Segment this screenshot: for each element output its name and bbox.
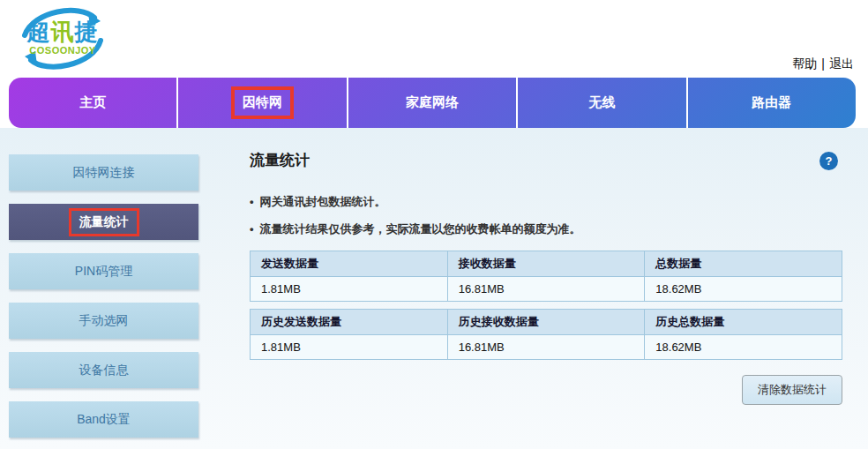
column-header: 历史接收数据量: [447, 310, 645, 335]
sidebar-item-label: 因特网连接: [73, 165, 135, 181]
router-admin-page: 超讯捷 COSOONJOY 帮助|退出 主页 因特网 家庭网络 无线 路由器 因…: [0, 0, 868, 449]
nav-tab-router[interactable]: 路由器: [688, 78, 856, 128]
link-separator: |: [821, 56, 825, 71]
nav-tab-label: 主页: [79, 94, 106, 111]
note-item: 流量统计结果仅供参考，实际流量以您的收费帐单的额度为准。: [250, 221, 842, 237]
button-row: 清除数据统计: [250, 375, 842, 405]
column-header: 历史总数据量: [645, 310, 842, 335]
sidebar-item-traffic-statistics[interactable]: 流量统计: [9, 204, 198, 240]
table-row: 1.81MB 16.81MB 18.62MB: [251, 277, 842, 302]
logo-title: 超讯捷: [22, 19, 103, 44]
table-header-row: 历史发送数据量 历史接收数据量 历史总数据量: [251, 310, 842, 335]
table-cell: 1.81MB: [251, 335, 448, 360]
nav-tab-home-network[interactable]: 家庭网络: [348, 78, 518, 128]
sidebar-item-pin-management[interactable]: PIN码管理: [9, 253, 198, 289]
column-header: 发送数据量: [251, 251, 448, 277]
content-header: 流量统计 ?: [250, 150, 842, 170]
nav-tab-label: 路由器: [752, 94, 791, 111]
nav-tab-internet[interactable]: 因特网: [178, 78, 348, 128]
current-traffic-table: 发送数据量 接收数据量 总数据量 1.81MB 16.81MB 18.62MB: [250, 251, 842, 302]
topbar: 超讯捷 COSOONJOY 帮助|退出: [0, 0, 868, 78]
page-title: 流量统计: [250, 150, 842, 170]
table-row: 1.81MB 16.81MB 18.62MB: [251, 335, 842, 360]
sidebar-item-label: 流量统计: [79, 214, 129, 228]
sidebar-item-band-settings[interactable]: Band设置: [9, 401, 198, 438]
logo: 超讯捷 COSOONJOY: [12, 4, 113, 74]
logo-char: 超: [27, 19, 51, 45]
annotation-highlight-box: 因特网: [231, 86, 294, 119]
nav-tab-label: 家庭网络: [406, 94, 459, 111]
nav-tab-label: 无线: [588, 94, 615, 111]
sidebar-item-label: PIN码管理: [75, 264, 132, 280]
table-header-row: 发送数据量 接收数据量 总数据量: [251, 251, 842, 277]
logo-subtitle: COSOONJOY: [19, 45, 106, 56]
help-question-icon[interactable]: ?: [819, 152, 838, 170]
clear-statistics-button[interactable]: 清除数据统计: [742, 375, 842, 405]
column-header: 接收数据量: [447, 251, 645, 277]
notes-list: 网关通讯封包数据统计。 流量统计结果仅供参考，实际流量以您的收费帐单的额度为准。: [250, 194, 842, 237]
table-cell: 1.81MB: [251, 277, 448, 302]
main-nav: 主页 因特网 家庭网络 无线 路由器: [9, 78, 856, 128]
annotation-highlight-box: 流量统计: [69, 208, 139, 236]
logout-link[interactable]: 退出: [829, 56, 854, 71]
column-header: 总数据量: [645, 251, 842, 277]
table-cell: 18.62MB: [645, 335, 842, 360]
table-cell: 16.81MB: [447, 335, 645, 360]
sidebar-item-label: Band设置: [77, 412, 131, 428]
column-header: 历史发送数据量: [251, 310, 448, 335]
sidebar-item-label: 设备信息: [79, 363, 129, 378]
logo-char: 讯: [51, 19, 75, 45]
sidebar-item-device-info[interactable]: 设备信息: [9, 352, 198, 388]
sidebar: 因特网连接 流量统计 PIN码管理 手动选网 设备信息 Band设置: [9, 154, 198, 449]
note-item: 网关通讯封包数据统计。: [250, 194, 842, 210]
history-traffic-table: 历史发送数据量 历史接收数据量 历史总数据量 1.81MB 16.81MB 18…: [250, 309, 842, 360]
nav-tab-wireless[interactable]: 无线: [518, 78, 687, 128]
logo-char: 捷: [75, 19, 99, 45]
sidebar-item-internet-connection[interactable]: 因特网连接: [9, 154, 198, 191]
table-cell: 16.81MB: [447, 277, 645, 302]
table-cell: 18.62MB: [645, 277, 842, 302]
sidebar-item-label: 手动选网: [79, 313, 129, 329]
main-content: 流量统计 ? 网关通讯封包数据统计。 流量统计结果仅供参考，实际流量以您的收费帐…: [250, 141, 842, 405]
help-link[interactable]: 帮助: [792, 56, 817, 71]
nav-tab-home[interactable]: 主页: [9, 78, 178, 128]
nav-tab-label: 因特网: [243, 94, 282, 109]
top-links: 帮助|退出: [792, 56, 854, 72]
sidebar-item-manual-network-select[interactable]: 手动选网: [9, 303, 198, 339]
